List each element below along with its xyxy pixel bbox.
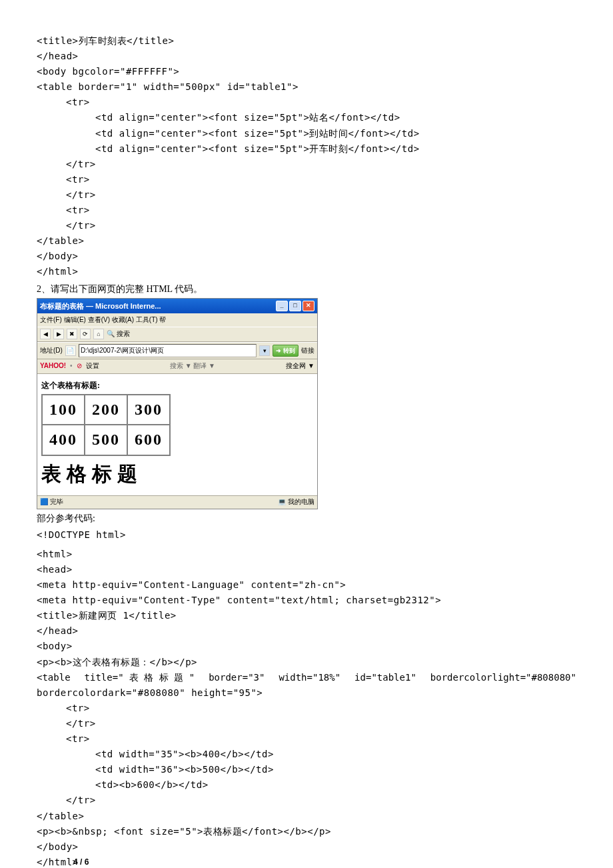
dropdown-icon[interactable]: ▾ [259, 345, 270, 356]
table-big-caption: 表格标题 [41, 457, 313, 491]
table-cell: 300 [127, 395, 170, 425]
code-line: <p><b>这个表格有标题：</b></p> [37, 655, 576, 670]
code-line: </head> [37, 49, 576, 64]
sample-table: 100 200 300 400 500 600 [41, 394, 171, 456]
table-cell: 600 [127, 425, 170, 455]
code-line: </html> [37, 264, 576, 279]
yahoo-toolbar: YAHOO! • ⊘ 设置 搜索 ▼ 翻译 ▼ 搜全网 ▼ [37, 359, 317, 374]
code-line: </table> [37, 809, 576, 824]
table-cell: 500 [85, 425, 127, 455]
links-label[interactable]: 链接 [301, 345, 314, 357]
code-line: <body> [37, 639, 576, 654]
code-line: <table border="1" width="500px" id="tabl… [37, 79, 576, 95]
yahoo-stop-icon[interactable]: ⊘ [77, 361, 82, 372]
code-line: <tr> [37, 701, 576, 716]
table-row: 100 200 300 [42, 395, 170, 425]
menu-bar[interactable]: 文件(F) 编辑(E) 查看(V) 收藏(A) 工具(T) 帮 [37, 313, 317, 327]
reference-code-label: 部分参考代码: [37, 511, 576, 526]
code-line: <tr> [37, 203, 576, 218]
yahoo-search-trans[interactable]: 搜索 ▼ 翻译 ▼ [103, 361, 283, 372]
code-line: <tr> [37, 172, 576, 187]
code-line: <head> [37, 562, 576, 577]
code-line: </tr> [37, 218, 576, 233]
code-line: </tr> [37, 716, 576, 731]
code-line: <!DOCTYPE html> [37, 527, 576, 543]
table-cell: 100 [42, 395, 85, 425]
window-title: 布标题的表格 — Microsoft Interne... [40, 300, 161, 312]
address-label: 地址(D) [40, 345, 63, 357]
code-line: </body> [37, 249, 576, 264]
page-icon: 📄 [65, 345, 76, 356]
yahoo-logo: YAHOO! [40, 361, 66, 372]
status-right: 💻 我的电脑 [278, 497, 314, 508]
yahoo-settings[interactable]: 设置 [86, 361, 99, 372]
refresh-icon[interactable]: ⟳ [80, 329, 91, 339]
code-line: <body bgcolor="#FFFFFF"> [37, 64, 576, 79]
page-number: 4 / 6 [73, 856, 89, 868]
stop-icon[interactable]: ✖ [67, 329, 77, 339]
code-line: <td align="center"><font size="5pt">到站时间… [37, 126, 576, 141]
code-line: <html> [37, 547, 576, 562]
close-button[interactable]: ✕ [303, 301, 314, 311]
code-line: bordercolordark="#808080" height="95"> [37, 685, 576, 701]
page-content-area: 这个表格有标题: 100 200 300 400 500 600 表格标题 [37, 374, 317, 495]
code-line: <meta http-equiv="Content-Language" cont… [37, 577, 576, 593]
code-line: <td align="center"><font size="5pt">开车时刻… [37, 141, 576, 157]
code-line: <td width="35"><b>400</b></td> [37, 747, 576, 762]
code-line: <title>新建网页 1</title> [37, 608, 576, 623]
code-line: </table> [37, 233, 576, 249]
table-cell: 400 [42, 425, 85, 455]
maximize-button[interactable]: □ [289, 301, 301, 311]
code-line: <title>列车时刻表</title> [37, 33, 576, 49]
code-line: </body> [37, 839, 576, 855]
code-line: </head> [37, 623, 576, 639]
go-button[interactable]: ➜ 转到 [273, 345, 299, 357]
code-line: <td width="36"><b>500</b></td> [37, 762, 576, 777]
code-line: </html> [37, 855, 576, 868]
code-line: <td><b>600</b></td> [37, 777, 576, 793]
code-line: <tr> [37, 95, 576, 110]
back-icon[interactable]: ◀ [40, 329, 51, 339]
minimize-button[interactable]: _ [276, 301, 288, 311]
table-cell: 200 [85, 395, 127, 425]
question-2-label: 2、请写出下面网页的完整 HTML 代码。 [37, 281, 576, 297]
home-icon[interactable]: ⌂ [93, 329, 104, 339]
code-line: <p><b>&nbsp; <font size="5">表格标题</font><… [37, 824, 576, 839]
status-bar: 🟦 完毕 💻 我的电脑 [37, 495, 317, 509]
table-row: 400 500 600 [42, 425, 170, 455]
toolbar-nav: ◀ ▶ ✖ ⟳ ⌂ 🔍 搜索 [37, 327, 317, 342]
page-heading: 这个表格有标题: [41, 381, 100, 390]
search-label[interactable]: 🔍 搜索 [107, 329, 130, 340]
address-input[interactable]: D:\djs\2007-2\网页设计\网页 [79, 344, 257, 358]
code-line: </tr> [37, 187, 576, 203]
code-line: <meta http-equiv="Content-Type" content=… [37, 593, 576, 608]
status-left: 🟦 完毕 [40, 497, 63, 508]
code-line: <td align="center"><font size="5pt">站名</… [37, 110, 576, 125]
window-titlebar: 布标题的表格 — Microsoft Interne... _ □ ✕ [37, 299, 317, 313]
code-line: </tr> [37, 793, 576, 808]
code-line: </tr> [37, 157, 576, 172]
code-line: <tr> [37, 731, 576, 747]
code-line-justified: <table title=" 表 格 标 题 " border="3" widt… [37, 670, 576, 685]
forward-icon[interactable]: ▶ [53, 329, 64, 339]
yahoo-searchall[interactable]: 搜全网 ▼ [286, 361, 314, 372]
embedded-browser-screenshot: 布标题的表格 — Microsoft Interne... _ □ ✕ 文件(F… [37, 298, 318, 509]
address-bar-row: 地址(D) 📄 D:\djs\2007-2\网页设计\网页 ▾ ➜ 转到 链接 [37, 342, 317, 360]
